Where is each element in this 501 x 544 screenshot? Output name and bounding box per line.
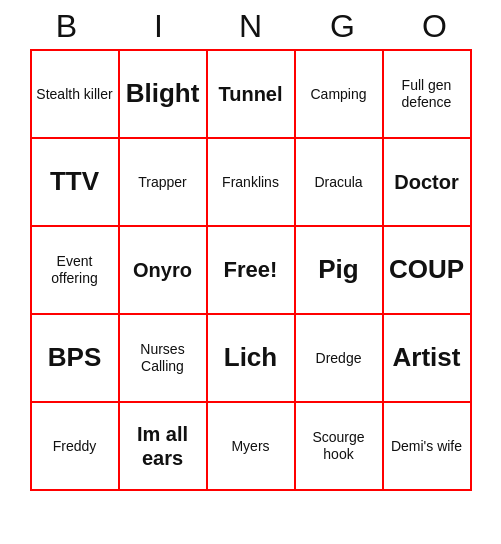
cell-text: Freddy — [53, 438, 97, 455]
cell-text: Myers — [231, 438, 269, 455]
bingo-cell-r2-c4: COUP — [384, 227, 472, 315]
cell-text: Demi's wife — [391, 438, 462, 455]
cell-text: Free! — [224, 257, 278, 283]
bingo-cell-r0-c4: Full gen defence — [384, 51, 472, 139]
bingo-header: BINGO — [21, 0, 481, 49]
cell-text: Pig — [318, 254, 358, 285]
cell-text: TTV — [50, 166, 99, 197]
bingo-cell-r3-c1: Nurses Calling — [120, 315, 208, 403]
bingo-cell-r0-c2: Tunnel — [208, 51, 296, 139]
bingo-grid: Stealth killerBlightTunnelCampingFull ge… — [30, 49, 472, 491]
bingo-cell-r1-c0: TTV — [32, 139, 120, 227]
bingo-cell-r1-c2: Franklins — [208, 139, 296, 227]
cell-text: Artist — [393, 342, 461, 373]
header-letter-o: O — [391, 8, 479, 45]
bingo-cell-r0-c1: Blight — [120, 51, 208, 139]
header-letter-b: B — [23, 8, 111, 45]
bingo-cell-r1-c4: Doctor — [384, 139, 472, 227]
header-letter-g: G — [299, 8, 387, 45]
cell-text: Tunnel — [218, 82, 282, 106]
cell-text: Stealth killer — [36, 86, 112, 103]
bingo-cell-r2-c0: Event offering — [32, 227, 120, 315]
cell-text: Blight — [126, 78, 200, 109]
bingo-cell-r1-c1: Trapper — [120, 139, 208, 227]
cell-text: Doctor — [394, 170, 458, 194]
cell-text: Full gen defence — [388, 77, 466, 111]
cell-text: Dredge — [316, 350, 362, 367]
bingo-cell-r3-c4: Artist — [384, 315, 472, 403]
bingo-cell-r2-c1: Onyro — [120, 227, 208, 315]
bingo-cell-r3-c3: Dredge — [296, 315, 384, 403]
bingo-cell-r4-c4: Demi's wife — [384, 403, 472, 491]
cell-text: Im all ears — [124, 422, 202, 470]
cell-text: Camping — [310, 86, 366, 103]
cell-text: COUP — [389, 254, 464, 285]
cell-text: Franklins — [222, 174, 279, 191]
cell-text: Onyro — [133, 258, 192, 282]
bingo-cell-r4-c3: Scourge hook — [296, 403, 384, 491]
bingo-cell-r1-c3: Dracula — [296, 139, 384, 227]
cell-text: Nurses Calling — [124, 341, 202, 375]
bingo-cell-r4-c2: Myers — [208, 403, 296, 491]
bingo-cell-r4-c1: Im all ears — [120, 403, 208, 491]
bingo-cell-r0-c3: Camping — [296, 51, 384, 139]
bingo-cell-r0-c0: Stealth killer — [32, 51, 120, 139]
cell-text: Lich — [224, 342, 277, 373]
cell-text: Trapper — [138, 174, 187, 191]
header-letter-i: I — [115, 8, 203, 45]
bingo-cell-r4-c0: Freddy — [32, 403, 120, 491]
header-letter-n: N — [207, 8, 295, 45]
cell-text: Scourge hook — [300, 429, 378, 463]
cell-text: BPS — [48, 342, 101, 373]
bingo-cell-r3-c2: Lich — [208, 315, 296, 403]
cell-text: Event offering — [36, 253, 114, 287]
bingo-cell-r3-c0: BPS — [32, 315, 120, 403]
bingo-cell-r2-c2: Free! — [208, 227, 296, 315]
bingo-cell-r2-c3: Pig — [296, 227, 384, 315]
cell-text: Dracula — [314, 174, 362, 191]
